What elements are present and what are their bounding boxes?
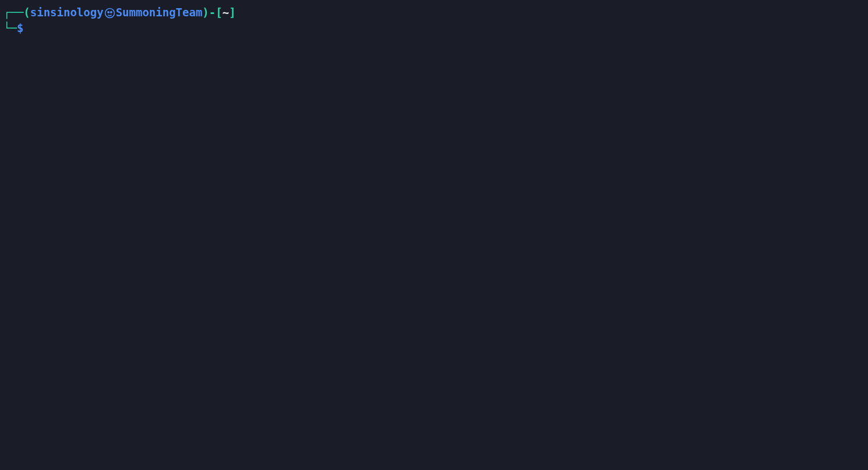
prompt-cwd: ~: [223, 6, 229, 19]
prompt-dollar: $: [17, 20, 23, 36]
box-drawing-bottom: └─: [3, 20, 17, 36]
paren-open: (: [23, 6, 30, 19]
prompt-username: sinsinology: [30, 6, 104, 19]
prompt-line-2: └─$: [3, 20, 865, 36]
command-input[interactable]: [24, 22, 30, 34]
prompt-dash: -: [209, 6, 216, 19]
svg-point-2: [110, 12, 111, 13]
prompt-line-1: ┌──(sinsinologySummoningTeam)-[~]: [3, 5, 865, 20]
paren-close: ): [202, 6, 209, 19]
svg-point-0: [105, 9, 114, 18]
bracket-open: [: [216, 6, 222, 19]
prompt-hostname: SummoningTeam: [116, 6, 203, 19]
box-drawing-top: ┌──: [3, 6, 23, 19]
svg-point-1: [108, 12, 109, 13]
bracket-close: ]: [229, 6, 235, 19]
skull-icon: [104, 8, 115, 19]
